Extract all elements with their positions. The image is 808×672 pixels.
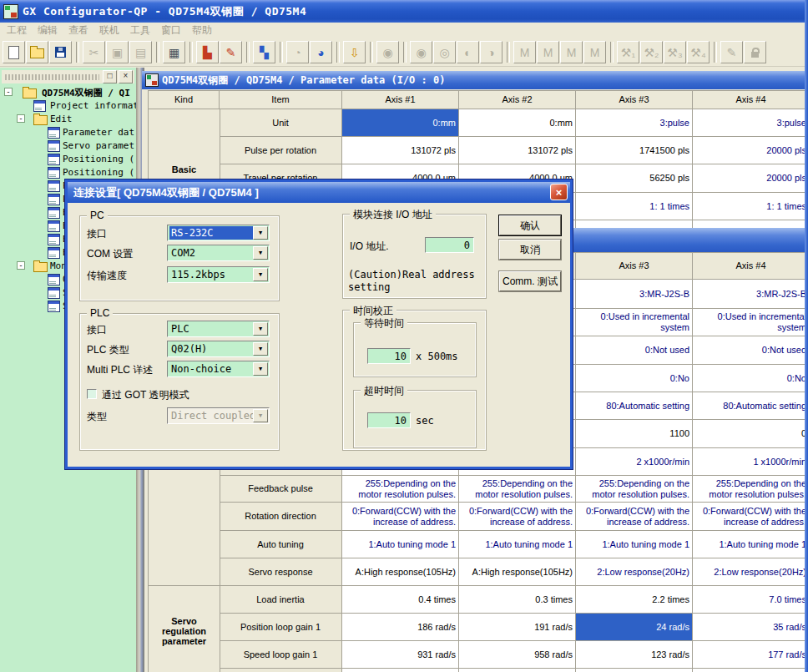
ok-button[interactable]: 确认 bbox=[499, 215, 561, 235]
servo-cell-r9-axis4[interactable]: 1:Auto tuning mode 1 bbox=[693, 531, 808, 558]
multi-plc-combo[interactable]: Non-choice ▼ bbox=[167, 361, 270, 377]
servo-cell-r13-axis4[interactable]: 177 rad/s bbox=[693, 641, 808, 669]
servo-cell-r9-axis2[interactable]: 1:Auto tuning mode 1 bbox=[459, 531, 576, 558]
tree-collapse-icon[interactable]: - bbox=[17, 114, 25, 123]
servo-cell-r7-axis3[interactable]: 255:Depending on the motor resolution pu… bbox=[576, 476, 693, 503]
tree-collapse-icon[interactable]: - bbox=[4, 88, 13, 96]
chevron-down-icon[interactable]: ▼ bbox=[253, 362, 268, 376]
parameter-window-titlebar[interactable]: QD75M4双钢圈 / QD75M4 / Parameter data (I/O… bbox=[142, 71, 808, 89]
timeout-field[interactable]: 10 bbox=[367, 412, 411, 428]
servo-cell-r2-axis3[interactable]: 0:Not used bbox=[576, 336, 693, 365]
com-setting-combo[interactable]: COM2 ▼ bbox=[167, 245, 270, 261]
param-cell-r4-axis4[interactable] bbox=[693, 220, 808, 228]
servo-cell-r11-axis2[interactable]: 0.3 times bbox=[459, 586, 576, 614]
param-cell-r3-axis4[interactable]: 1: 1 times bbox=[693, 193, 808, 220]
servo-cell-r7-axis2[interactable]: 255:Depending on the motor resolution pu… bbox=[459, 476, 576, 503]
menu-edit[interactable]: 编辑 bbox=[36, 23, 59, 38]
save-project-button[interactable] bbox=[49, 41, 72, 63]
servo-cell-r13-axis1[interactable]: 931 rad/s bbox=[342, 641, 459, 669]
servo-cell-r8-axis3[interactable]: 0:Forward(CCW) with the increase of addr… bbox=[576, 503, 693, 531]
baud-rate-combo[interactable]: 115.2kbps ▼ bbox=[167, 266, 270, 283]
close-panel-button[interactable]: × bbox=[119, 70, 133, 83]
servo-cell-r8-axis2[interactable]: 0:Forward(CCW) with the increase of addr… bbox=[459, 503, 576, 531]
got-transparent-checkbox[interactable] bbox=[87, 389, 97, 399]
plc-type-combo[interactable]: Q02(H) ▼ bbox=[167, 341, 270, 357]
tree-item-positioning-2[interactable]: Positioning ( bbox=[0, 165, 136, 179]
wait-time-field[interactable]: 10 bbox=[367, 348, 411, 364]
servo-cell-r9-axis3[interactable]: 1:Auto tuning mode 1 bbox=[576, 531, 693, 558]
menu-window[interactable]: 窗口 bbox=[159, 23, 183, 38]
chevron-down-icon[interactable]: ▼ bbox=[253, 342, 268, 356]
menu-view[interactable]: 查看 bbox=[67, 23, 90, 38]
menu-help[interactable]: 帮助 bbox=[190, 23, 214, 38]
servo-cell-r3-axis4[interactable]: 0:No bbox=[693, 365, 808, 392]
param-cell-r0-axis4[interactable]: 3:pulse bbox=[693, 109, 808, 137]
servo-cell-r8-axis4[interactable]: 0:Forward(CCW) with the increase of addr… bbox=[693, 503, 808, 531]
servo-cell-r10-axis2[interactable]: A:High response(105Hz) bbox=[459, 558, 576, 586]
servo-cell-r13-axis2[interactable]: 958 rad/s bbox=[459, 641, 576, 669]
param-cell-r0-axis1[interactable]: 0:mm bbox=[342, 109, 459, 137]
servo-cell-r12-axis1[interactable]: 186 rad/s bbox=[342, 614, 459, 641]
param-cell-r1-axis1[interactable]: 131072 pls bbox=[342, 137, 459, 164]
download-button[interactable]: ⇩ bbox=[343, 41, 366, 63]
servo-cell-r8-axis1[interactable]: 0:Forward(CCW) with the increase of addr… bbox=[342, 503, 459, 531]
chevron-down-icon[interactable]: ▼ bbox=[253, 322, 268, 336]
servo-cell-r11-axis1[interactable]: 0.4 times bbox=[342, 586, 459, 614]
tree-item-servo-parameter[interactable]: Servo paramet bbox=[0, 139, 136, 152]
servo-cell-r2-axis4[interactable]: 0:Not used bbox=[693, 336, 808, 365]
param-cell-r3-axis3[interactable]: 1: 1 times bbox=[576, 193, 693, 220]
tree-item-root[interactable]: -QD75M4双钢圈 / QI bbox=[0, 85, 136, 99]
param-cell-r0-axis3[interactable]: 3:pulse bbox=[576, 109, 693, 137]
servo-cell-r12-axis4[interactable]: 35 rad/s bbox=[693, 614, 808, 641]
tree-item-edit[interactable]: -Edit bbox=[0, 112, 136, 125]
servo-cell-r14-axis4[interactable] bbox=[693, 669, 808, 672]
float-panel-button[interactable]: □ bbox=[103, 70, 117, 83]
param-cell-r1-axis4[interactable]: 20000 pls bbox=[693, 137, 808, 164]
chevron-down-icon[interactable]: ▼ bbox=[253, 226, 268, 240]
param-cell-r2-axis3[interactable]: 56250 pls bbox=[576, 164, 693, 193]
dialog-close-button[interactable]: × bbox=[550, 184, 568, 200]
servo-cell-r11-axis3[interactable]: 2.2 times bbox=[576, 586, 693, 614]
param-cell-r2-axis4[interactable]: 20000 pls bbox=[693, 164, 808, 193]
plc-interface-combo[interactable]: PLC ▼ bbox=[167, 321, 270, 337]
param-cell-r1-axis3[interactable]: 1741500 pls bbox=[576, 137, 693, 164]
servo-cell-r0-axis4[interactable]: 3:MR-J2S-B bbox=[693, 280, 808, 309]
servo-cell-r6-axis3[interactable]: 2 x1000r/min bbox=[576, 448, 693, 476]
servo-cell-r6-axis4[interactable]: 1 x1000r/min bbox=[693, 448, 808, 476]
servo-cell-r4-axis3[interactable]: 80:Automatic setting bbox=[576, 392, 693, 420]
io-address-field[interactable]: 0 bbox=[425, 237, 474, 253]
servo-cell-r13-axis3[interactable]: 123 rad/s bbox=[576, 641, 693, 669]
open-project-button[interactable] bbox=[26, 41, 48, 63]
param-cell-r1-axis2[interactable]: 131072 pls bbox=[459, 137, 576, 164]
servo-cell-r1-axis3[interactable]: 0:Used in incremental system bbox=[576, 309, 693, 336]
chevron-down-icon[interactable]: ▼ bbox=[253, 268, 268, 281]
print-button[interactable]: ▦ bbox=[163, 41, 185, 63]
servo-cell-r12-axis3[interactable]: 24 rad/s bbox=[576, 614, 693, 641]
servo-cell-r10-axis4[interactable]: 2:Low response(20Hz) bbox=[693, 558, 808, 586]
servo-cell-r14-axis1[interactable] bbox=[342, 669, 459, 672]
servo-cell-r14-axis3[interactable] bbox=[576, 669, 693, 672]
servo-cell-r7-axis1[interactable]: 255:Depending on the motor resolution pu… bbox=[342, 476, 459, 503]
servo-cell-r14-axis2[interactable] bbox=[459, 669, 576, 672]
servo-cell-r9-axis1[interactable]: 1:Auto tuning mode 1 bbox=[342, 531, 459, 558]
servo-cell-r0-axis3[interactable]: 3:MR-J2S-B bbox=[576, 280, 693, 309]
menu-project[interactable]: 工程 bbox=[5, 23, 28, 38]
new-project-button[interactable] bbox=[3, 41, 25, 63]
servo-cell-r11-axis4[interactable]: 7.0 times bbox=[693, 586, 808, 614]
edit-module-button[interactable]: ✎ bbox=[220, 41, 242, 63]
dock-grip[interactable] bbox=[5, 74, 99, 80]
menu-online[interactable]: 联机 bbox=[98, 23, 121, 38]
tree-item-project-information[interactable]: Project informat bbox=[0, 99, 136, 112]
servo-cell-r4-axis4[interactable]: 80:Automatic setting bbox=[693, 392, 808, 420]
tree-item-parameter-data[interactable]: Parameter dat bbox=[0, 125, 136, 139]
servo-cell-r5-axis4[interactable]: 0 bbox=[693, 420, 808, 448]
diagnostics-button[interactable]: ◕ bbox=[310, 41, 332, 63]
tree-collapse-icon[interactable]: - bbox=[17, 261, 25, 270]
servo-cell-r7-axis4[interactable]: 255:Depending on the motor resolution pu… bbox=[693, 476, 808, 503]
servo-cell-r12-axis2[interactable]: 191 rad/s bbox=[459, 614, 576, 641]
transfer-setup-button[interactable]: ▚ bbox=[253, 41, 275, 63]
servo-cell-r5-axis3[interactable]: 1100 bbox=[576, 420, 693, 448]
servo-cell-r10-axis3[interactable]: 2:Low response(20Hz) bbox=[576, 558, 693, 586]
pc-interface-combo[interactable]: RS-232C ▼ bbox=[167, 225, 270, 241]
new-module-button[interactable]: ▙ bbox=[196, 41, 219, 63]
